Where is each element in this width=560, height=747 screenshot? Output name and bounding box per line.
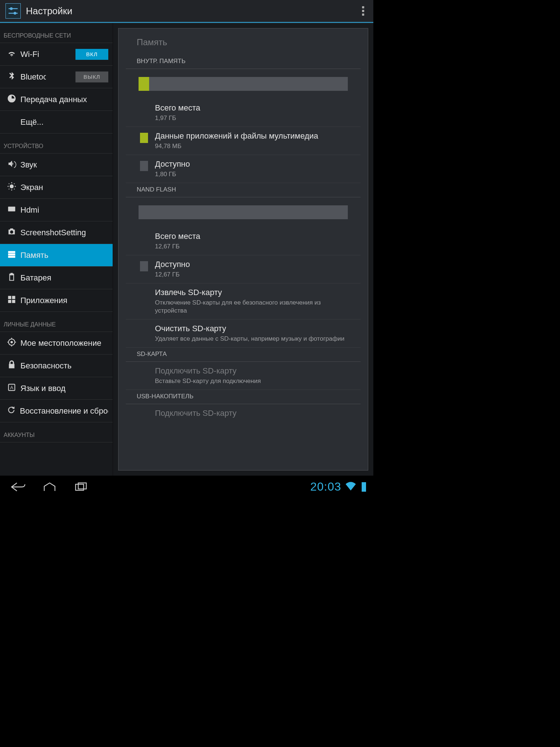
row-title: Всего места (155, 103, 350, 113)
sidebar-item-data-usage[interactable]: Передача данных (0, 88, 113, 111)
sidebar-item-label: Восстановление и сброс (20, 406, 108, 416)
svg-rect-9 (12, 296, 15, 299)
bluetooth-toggle[interactable]: ВЫКЛ (75, 71, 108, 82)
row-title: Данные приложений и файлы мультимедиа (155, 131, 350, 141)
settings-sidebar: БЕСПРОВОДНЫЕ СЕТИ Wi-Fi ВКЛ Bluetooth ВЫ… (0, 23, 113, 476)
home-button[interactable] (39, 480, 61, 494)
sidebar-item-label: Hdmi (20, 205, 39, 215)
status-battery-icon (362, 482, 366, 492)
internal-usage-fill (139, 77, 149, 91)
sidebar-item-label: Bluetooth (20, 72, 46, 82)
sidebar-item-label: Звук (20, 160, 37, 170)
sound-icon (7, 159, 16, 171)
row-value: 1,97 ГБ (155, 114, 350, 122)
sidebar-item-label: Мое местоположение (20, 338, 101, 348)
row-mount-usb: Подключить SD-карту (126, 404, 361, 422)
sidebar-item-sound[interactable]: Звук (0, 154, 113, 176)
system-navbar: 20:03 (0, 476, 373, 498)
sidebar-item-location[interactable]: Мое местоположение (0, 332, 113, 355)
sidebar-item-display[interactable]: Экран (0, 176, 113, 199)
sidebar-item-bluetooth[interactable]: Bluetooth ВЫКЛ (0, 66, 113, 88)
row-title: Всего места (155, 232, 350, 241)
sidebar-item-label: Язык и ввод (20, 384, 66, 393)
row-internal-apps[interactable]: Данные приложений и файлы мультимедиа 94… (126, 127, 361, 155)
row-title: Очистить SD-карту (155, 324, 350, 333)
hdmi-icon (7, 204, 16, 216)
sidebar-item-label: Память (20, 251, 48, 260)
sidebar-item-screenshot[interactable]: ScreenshotSetting (0, 221, 113, 244)
sidebar-item-more[interactable]: Ещё... (0, 111, 113, 133)
row-value: 1,80 ГБ (155, 170, 350, 178)
sidebar-item-storage[interactable]: Память (0, 244, 113, 267)
row-title: Извлечь SD-карту (155, 288, 350, 297)
row-mount-sd: Подключить SD-карту Вставьте SD-карту дл… (126, 362, 361, 390)
sidebar-item-backup[interactable]: Восстановление и сброс (0, 400, 113, 422)
status-wifi-icon (346, 482, 356, 492)
overflow-menu-button[interactable] (358, 1, 368, 21)
row-internal-total[interactable]: Всего места 1,97 ГБ (126, 99, 361, 127)
sidebar-item-label: Приложения (20, 296, 67, 305)
row-title: Подключить SD-карту (155, 409, 350, 418)
svg-rect-6 (8, 253, 15, 255)
backup-icon (7, 405, 16, 417)
section-internal-header: ВНУТР. ПАМЯТЬ (126, 55, 361, 69)
row-value: 94,78 МБ (155, 142, 350, 150)
sidebar-item-label: Экран (20, 183, 43, 192)
sidebar-item-language[interactable]: A Язык и ввод (0, 377, 113, 400)
svg-rect-16 (75, 484, 83, 490)
row-title: Доступно (155, 159, 350, 169)
overflow-icon (362, 6, 364, 8)
section-sdcard-header: SD-КАРТА (126, 348, 361, 362)
language-icon: A (7, 383, 16, 394)
row-nand-total[interactable]: Всего места 12,67 ГБ (126, 227, 361, 255)
row-desc: Отключение SD-карты для ее безопасного и… (155, 299, 350, 315)
sidebar-item-label: Безопасность (20, 361, 71, 371)
data-usage-icon (7, 94, 16, 105)
svg-point-13 (11, 341, 13, 343)
sidebar-item-hdmi[interactable]: Hdmi (0, 199, 113, 221)
sidebar-item-battery[interactable]: Батарея (0, 267, 113, 289)
row-internal-available[interactable]: Доступно 1,80 ГБ (126, 155, 361, 183)
back-button[interactable] (7, 480, 29, 494)
internal-usage-bar (139, 77, 348, 91)
sidebar-item-label: Ещё... (20, 117, 43, 127)
home-icon (42, 481, 58, 493)
sidebar-item-security[interactable]: Безопасность (0, 355, 113, 377)
sidebar-item-apps[interactable]: Приложения (0, 289, 113, 312)
sidebar-item-label: Передача данных (20, 95, 87, 104)
svg-rect-8 (8, 296, 11, 299)
svg-point-2 (10, 7, 13, 10)
nand-usage-bar (139, 205, 348, 219)
sidebar-category-wireless: БЕСПРОВОДНЫЕ СЕТИ (0, 23, 113, 43)
svg-text:A: A (10, 385, 13, 390)
svg-point-3 (13, 12, 16, 15)
row-nand-available[interactable]: Доступно 12,67 ГБ (126, 255, 361, 283)
recent-icon (73, 481, 89, 493)
row-unmount-sd[interactable]: Извлечь SD-карту Отключение SD-карты для… (126, 283, 361, 320)
sidebar-category-device: УСТРОЙСТВО (0, 133, 113, 154)
section-usb-header: USB-НАКОПИТЕЛЬ (126, 390, 361, 404)
sidebar-item-label: Wi-Fi (20, 50, 39, 59)
location-icon (7, 337, 16, 349)
recent-apps-button[interactable] (70, 480, 92, 494)
camera-icon (7, 227, 16, 239)
wifi-icon (7, 49, 16, 60)
sidebar-item-wifi[interactable]: Wi-Fi ВКЛ (0, 43, 113, 66)
row-erase-sd[interactable]: Очистить SD-карту Удаляет все данные с S… (126, 320, 361, 348)
back-icon (10, 481, 26, 493)
svg-rect-17 (78, 483, 86, 489)
action-bar: Настройки (0, 0, 373, 22)
svg-rect-4 (8, 206, 15, 211)
row-title: Подключить SD-карту (155, 366, 350, 376)
storage-panel: Память ВНУТР. ПАМЯТЬ Всего места 1,97 ГБ… (118, 28, 368, 471)
sidebar-item-label: Батарея (20, 273, 51, 283)
wifi-toggle[interactable]: ВКЛ (75, 49, 108, 60)
color-swatch-available (140, 161, 148, 171)
lock-icon (7, 360, 16, 372)
section-nand-header: NAND FLASH (126, 183, 361, 197)
row-title: Доступно (155, 260, 350, 269)
status-clock: 20:03 (310, 480, 341, 494)
display-icon (7, 182, 16, 193)
row-value: 12,67 ГБ (155, 243, 350, 251)
color-swatch-apps (140, 133, 148, 143)
